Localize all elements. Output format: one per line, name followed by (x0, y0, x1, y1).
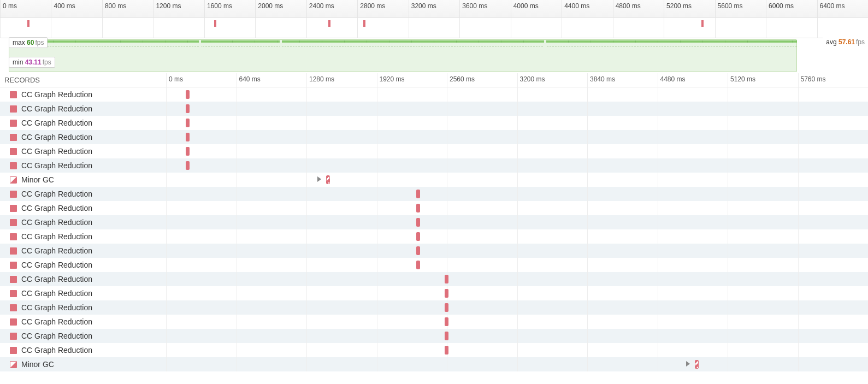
record-name: CC Graph Reduction (21, 218, 92, 227)
record-bar[interactable] (186, 119, 190, 127)
overview-tick: 2000 ms (255, 0, 306, 17)
overview-tick: 4800 ms (613, 0, 664, 17)
overview-tick: 5200 ms (664, 0, 715, 17)
overview-tick: 3200 ms (409, 0, 459, 17)
overview-marker[interactable] (27, 20, 29, 27)
record-row[interactable]: CC Graph Reduction (0, 343, 868, 357)
fps-max-label: max 60fps (9, 37, 48, 48)
cc-swatch-icon (10, 134, 17, 141)
overview-tick: 1200 ms (153, 0, 204, 17)
cc-swatch-icon (10, 262, 17, 269)
overview-marker[interactable] (701, 20, 704, 27)
cc-swatch-icon (10, 333, 17, 340)
records-header: RECORDS 0 ms640 ms1280 ms1920 ms2560 ms3… (0, 73, 868, 87)
gc-swatch-icon (10, 361, 17, 368)
record-name: CC Graph Reduction (21, 90, 92, 99)
record-bar[interactable] (186, 133, 190, 141)
record-row[interactable]: CC Graph Reduction (0, 102, 868, 116)
fps-unit: fps (43, 58, 51, 66)
fps-min-label: min 43.11fps (9, 57, 55, 68)
overview-marker[interactable] (214, 20, 216, 27)
record-row[interactable]: CC Graph Reduction (0, 315, 868, 329)
cc-swatch-icon (10, 120, 17, 127)
overview-tick: 3600 ms (459, 0, 510, 17)
record-bar[interactable] (186, 90, 190, 99)
fps-avg-value: 57.61 (839, 38, 855, 46)
record-row[interactable]: CC Graph Reduction (0, 300, 868, 315)
record-row[interactable]: CC Graph Reduction (0, 286, 868, 300)
record-bar[interactable] (186, 104, 190, 113)
record-bar[interactable] (186, 161, 190, 170)
record-name: CC Graph Reduction (21, 303, 92, 312)
record-row[interactable]: CC Graph Reduction (0, 258, 868, 272)
record-row[interactable]: CC Graph Reduction (0, 130, 868, 144)
record-row[interactable]: CC Graph Reduction (0, 116, 868, 130)
fps-unit: fps (856, 38, 865, 46)
record-row[interactable]: CC Graph Reduction (0, 244, 868, 258)
fps-fill-area (9, 39, 797, 72)
overview-marker[interactable] (363, 20, 365, 27)
fps-graph[interactable]: max 60fps min 43.11fps avg 57.61fps (9, 38, 868, 73)
cc-swatch-icon (10, 148, 17, 155)
record-bar[interactable] (416, 261, 420, 269)
record-row[interactable]: Minor GC (0, 173, 868, 187)
record-bar[interactable] (445, 346, 448, 355)
cc-swatch-icon (10, 191, 17, 198)
record-bar[interactable] (186, 147, 190, 156)
record-row[interactable]: CC Graph Reduction (0, 229, 868, 244)
record-row[interactable]: CC Graph Reduction (0, 201, 868, 215)
cc-swatch-icon (10, 347, 17, 354)
cc-swatch-icon (10, 105, 17, 113)
gc-swatch-icon (10, 176, 17, 184)
record-bar[interactable] (445, 317, 448, 326)
record-row[interactable]: CC Graph Reduction (0, 215, 868, 229)
record-row[interactable]: CC Graph Reduction (0, 329, 868, 343)
record-bar[interactable] (445, 303, 448, 312)
record-row[interactable]: Minor GC (0, 357, 868, 371)
cc-swatch-icon (10, 318, 17, 326)
overview-marker[interactable] (328, 20, 330, 27)
fps-max-value: 60 (27, 39, 34, 46)
record-name: CC Graph Reduction (21, 332, 92, 340)
record-bar[interactable] (416, 232, 420, 241)
fps-line (9, 40, 797, 43)
record-bar[interactable] (445, 289, 448, 298)
expand-icon[interactable] (686, 361, 690, 367)
fps-max-text: max (13, 39, 25, 46)
record-name: CC Graph Reduction (21, 204, 92, 212)
record-row[interactable]: CC Graph Reduction (0, 87, 868, 102)
overview-tick: 0 ms (0, 0, 51, 17)
record-row[interactable]: CC Graph Reduction (0, 158, 868, 173)
record-row[interactable]: CC Graph Reduction (0, 272, 868, 286)
record-row[interactable]: CC Graph Reduction (0, 144, 868, 158)
record-name: CC Graph Reduction (21, 346, 92, 355)
record-name: Minor GC (21, 175, 54, 184)
record-name: CC Graph Reduction (21, 133, 92, 141)
cc-swatch-icon (10, 247, 17, 255)
cc-swatch-icon (10, 290, 17, 297)
cc-swatch-icon (10, 219, 17, 226)
record-bar[interactable] (416, 204, 420, 212)
overview-tick: 1600 ms (204, 0, 255, 17)
overview-timeline[interactable]: 0 ms400 ms800 ms1200 ms1600 ms2000 ms240… (0, 0, 868, 38)
record-bar[interactable] (416, 246, 420, 255)
record-bar[interactable] (326, 175, 330, 184)
expand-icon[interactable] (317, 176, 321, 182)
records-ruler[interactable]: 0 ms640 ms1280 ms1920 ms2560 ms3200 ms38… (166, 73, 868, 87)
overview-tick: 4000 ms (511, 0, 562, 17)
record-bar[interactable] (445, 275, 448, 283)
record-bar[interactable] (445, 332, 448, 340)
overview-tick: 6400 ms (817, 0, 868, 17)
record-name: CC Graph Reduction (21, 147, 92, 156)
overview-tick: 5600 ms (715, 0, 766, 17)
record-row[interactable]: CC Graph Reduction (0, 187, 868, 201)
record-bar[interactable] (695, 360, 699, 369)
record-name: CC Graph Reduction (21, 289, 92, 298)
record-bar[interactable] (416, 190, 420, 198)
record-bar[interactable] (416, 218, 420, 227)
record-name: CC Graph Reduction (21, 104, 92, 113)
record-name: CC Graph Reduction (21, 261, 92, 269)
record-name: CC Graph Reduction (21, 317, 92, 326)
fps-avg-label: avg 57.61fps (823, 37, 868, 47)
fps-min-text: min (13, 58, 23, 66)
